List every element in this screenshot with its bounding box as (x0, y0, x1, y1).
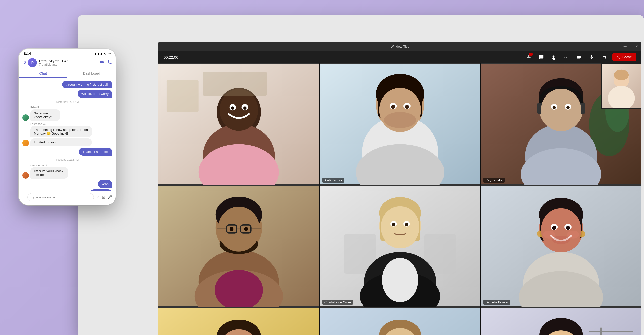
svg-point-91 (566, 226, 570, 230)
svg-point-46 (614, 70, 629, 80)
svg-point-1 (566, 57, 567, 58)
video-cell-1 (158, 63, 319, 185)
video-cell-8: Nathan Rigby (320, 307, 480, 335)
video-cell-6: Danielle Booker (481, 185, 641, 307)
share-button[interactable] (600, 53, 608, 61)
svg-point-92 (543, 231, 555, 239)
meeting-toolbar: 00:22:06 2 (158, 51, 641, 63)
video-cell-9: Krystal McKinney (481, 307, 641, 335)
self-view (601, 63, 641, 109)
person-5-video (320, 185, 480, 307)
participants-button[interactable]: 2 (524, 53, 533, 61)
svg-point-76 (405, 223, 408, 226)
video-name-charlotte: Charlotte de Crum (322, 300, 353, 305)
message-laurence-2: Excited for you! (30, 138, 92, 146)
phone-status-bar: 8:14 ▲▲▲ ∿ ▪▪▪ (19, 49, 116, 57)
svg-point-90 (552, 226, 556, 230)
sender-cassandra: Cassandra D. (30, 164, 81, 167)
input-icon-group: ☺ ⊡ 🎤 (96, 195, 112, 200)
video-grid: Aadi Kapoor (158, 63, 641, 335)
person-7-video (158, 307, 319, 335)
mic-button[interactable] (587, 53, 596, 61)
svg-point-71 (382, 258, 418, 302)
svg-point-93 (567, 231, 579, 239)
raise-hand-icon (551, 54, 556, 60)
chat-header-info: Pete, Krystal + 4 › 7 participants (39, 59, 98, 66)
msg-laurence-container: Laurence G. The meeting is now setup for… (22, 122, 112, 146)
signal-icon: ▲▲▲ (94, 52, 103, 55)
video-name-ray: Ray Tanaka (483, 178, 504, 183)
svg-point-12 (243, 106, 247, 110)
svg-point-40 (553, 106, 556, 109)
leave-button[interactable]: Leave (612, 53, 636, 61)
svg-rect-14 (203, 72, 267, 96)
svg-point-2 (567, 57, 568, 58)
video-name-danielle: Danielle Booker (483, 300, 510, 305)
leave-phone-icon (617, 55, 621, 59)
person-4-video (158, 185, 319, 307)
person-9-video (481, 307, 641, 335)
message-erika: So let me know, okay? (30, 109, 60, 121)
message-cassandra: I'm sure you'll knock 'em dead (30, 167, 68, 179)
svg-point-23 (384, 112, 416, 128)
video-name-aadi: Aadi Kapoor (322, 178, 344, 183)
meeting-timer: 00:22:06 (164, 55, 178, 59)
video-call-icon[interactable] (100, 60, 105, 66)
svg-point-86 (541, 208, 581, 251)
add-attachment-button[interactable]: + (22, 194, 25, 200)
message-row-erika: Erika F. So let me know, okay? (22, 106, 112, 121)
svg-point-11 (231, 106, 234, 110)
maximize-button[interactable]: □ (630, 45, 632, 48)
meeting-window: Window Title — □ ✕ 00:22:06 2 (158, 42, 641, 335)
cassandra-avatar (22, 172, 29, 179)
svg-point-72 (381, 206, 419, 248)
camera-button[interactable] (575, 53, 583, 61)
self-view-video (602, 64, 641, 108)
dropdown-chevron-icon: › (67, 59, 69, 63)
video-cell-4 (158, 185, 319, 307)
more-icon (564, 54, 569, 60)
status-icons: ▲▲▲ ∿ ▪▪▪ (94, 52, 111, 55)
participant-badge: 2 (529, 53, 533, 56)
wifi-icon: ∿ (104, 52, 106, 55)
camera-photo-icon[interactable]: ⊡ (102, 195, 105, 200)
message-input[interactable] (27, 193, 94, 201)
erika-avatar (22, 114, 29, 121)
chat-tabs: Chat Dashboard (19, 69, 116, 78)
battery-icon: ▪▪▪ (107, 52, 111, 55)
timestamp-2: Tuesday 10:12 AM (22, 158, 112, 161)
svg-point-61 (244, 227, 248, 231)
svg-rect-13 (167, 80, 199, 112)
sender-erika: Erika F. (30, 106, 70, 109)
mic-audio-icon[interactable]: 🎤 (107, 195, 112, 200)
person-8-video (320, 307, 480, 335)
raise-hand-button[interactable] (549, 53, 558, 61)
back-count: 2 (24, 61, 26, 65)
tab-dashboard[interactable]: Dashboard (67, 69, 116, 78)
message-row-laurence: Laurence G. The meeting is now setup for… (22, 122, 112, 146)
more-options-button[interactable] (562, 53, 571, 61)
group-avatar: P (28, 58, 37, 67)
message-1: through with me first, just call. (62, 81, 112, 88)
chat-button[interactable] (537, 53, 545, 61)
chat-icon (538, 54, 544, 60)
laptop-frame: Window Title — □ ✕ 00:22:06 2 (78, 15, 644, 335)
timestamp-1: Yesterday 8:08 AM (22, 100, 112, 103)
tab-chat[interactable]: Chat (19, 69, 67, 78)
close-button[interactable]: ✕ (635, 45, 638, 48)
title-bar: Window Title — □ ✕ (158, 42, 641, 51)
phone-call-icon[interactable] (107, 60, 112, 66)
svg-point-87 (552, 236, 570, 244)
svg-point-37 (541, 89, 581, 131)
chat-header: ‹ 2 P Pete, Krystal + 4 › 7 participants (19, 57, 116, 69)
svg-point-41 (566, 106, 570, 109)
chat-messages-list[interactable]: through with me first, just call. Will d… (19, 78, 116, 191)
emoji-icon[interactable]: ☺ (96, 195, 100, 200)
video-cell-3: Ray Tanaka (481, 63, 641, 185)
minimize-button[interactable]: — (624, 45, 627, 48)
video-cell-2: Aadi Kapoor (320, 63, 480, 185)
message-thanks-laurence: Thanks Laurence! (79, 148, 112, 156)
video-cell-7 (158, 307, 319, 335)
back-button[interactable]: ‹ 2 (22, 61, 26, 65)
chat-header-actions (100, 60, 112, 66)
